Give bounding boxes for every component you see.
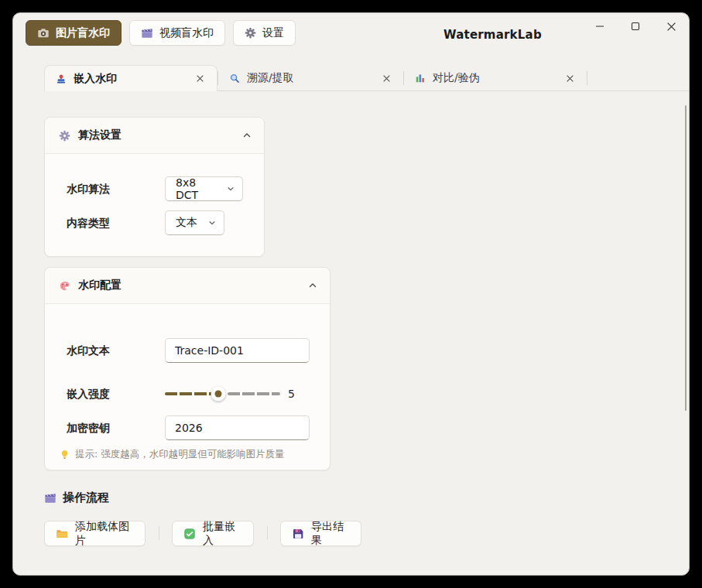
chevron-down-icon: [219, 185, 235, 193]
app-window: 图片盲水印 视频盲水印 设置 WatermarkLab: [12, 12, 690, 576]
mode-label: 视频盲水印: [159, 26, 214, 40]
card-title: 算法设置: [78, 128, 242, 142]
vertical-scrollbar[interactable]: [685, 105, 687, 411]
action-label: 添加载体图片: [75, 520, 134, 548]
mode-label: 图片盲水印: [56, 26, 110, 40]
save-icon: [292, 528, 304, 540]
title-bar: 图片盲水印 视频盲水印 设置 WatermarkLab: [13, 13, 689, 56]
palette-icon: [59, 280, 70, 292]
card-title: 水印配置: [78, 279, 308, 292]
chevron-up-icon[interactable]: [308, 281, 317, 290]
tab-embed-watermark[interactable]: 嵌入水印: [44, 65, 217, 91]
bar-chart-icon: [415, 73, 426, 84]
tip-row: 提示: 强度越高，水印越明显但可能影响图片质量: [60, 448, 285, 461]
mode-label: 设置: [262, 26, 284, 40]
algorithm-field-label: 水印算法: [67, 183, 110, 197]
embed-strength-slider[interactable]: [165, 386, 280, 402]
content-type-select[interactable]: 文本: [165, 210, 224, 235]
algorithm-card-header[interactable]: 算法设置: [45, 118, 264, 154]
encryption-key-input[interactable]: [165, 415, 310, 440]
content-type-label: 内容类型: [67, 217, 110, 231]
stamp-icon: [56, 74, 67, 84]
clapperboard-icon: [141, 27, 153, 39]
watermark-config-card: 水印配置 水印文本 嵌入强度 5 加密密钥 提示: 强度越高，水印越明显但可能影…: [44, 267, 330, 470]
maximize-button[interactable]: [627, 18, 644, 35]
tab-close-icon[interactable]: [378, 70, 394, 86]
minimize-icon: [595, 22, 604, 31]
check-icon: [183, 528, 196, 540]
action-separator: [159, 526, 159, 540]
gear-icon: [59, 130, 70, 142]
action-separator: [267, 526, 268, 540]
tab-label: 对比/验伪: [433, 71, 554, 85]
chevron-down-icon: [200, 219, 216, 227]
embed-strength-value: 5: [288, 388, 295, 400]
algorithm-select-value: 8x8 DCT: [176, 176, 219, 201]
tab-compare-verify[interactable]: 对比/验伪: [404, 66, 587, 91]
close-button[interactable]: [663, 18, 680, 35]
mode-button-settings[interactable]: 设置: [233, 20, 296, 46]
chevron-up-icon[interactable]: [242, 131, 252, 140]
tab-trace-extract[interactable]: 溯源/提取: [218, 66, 403, 91]
export-results-button[interactable]: 导出结果: [280, 521, 361, 546]
tab-label: 嵌入水印: [74, 72, 184, 86]
gear-icon: [245, 27, 256, 39]
tab-close-icon[interactable]: [562, 70, 577, 86]
watermark-text-input[interactable]: [165, 338, 310, 363]
content-type-select-value: 文本: [176, 216, 197, 230]
window-controls: [591, 18, 680, 35]
minimize-button[interactable]: [591, 18, 608, 35]
tab-close-icon[interactable]: [192, 71, 207, 87]
add-carrier-image-button[interactable]: 添加载体图片: [44, 521, 146, 546]
slider-thumb[interactable]: [211, 387, 225, 402]
watermark-text-label: 水印文本: [67, 344, 110, 358]
mode-button-image-watermark[interactable]: 图片盲水印: [26, 20, 122, 46]
close-icon: [666, 22, 676, 32]
mode-button-video-watermark[interactable]: 视频盲水印: [129, 20, 225, 46]
camera-icon: [37, 27, 50, 39]
tab-label: 溯源/提取: [247, 71, 371, 85]
encryption-key-label: 加密密钥: [67, 422, 110, 436]
slider-track-rest: [228, 392, 280, 395]
watermark-card-header[interactable]: 水印配置: [45, 268, 330, 304]
folder-icon: [56, 528, 68, 540]
tab-separator: [587, 71, 587, 85]
action-label: 导出结果: [311, 520, 350, 548]
clapperboard-icon: [44, 492, 57, 504]
search-icon: [229, 73, 240, 84]
embed-strength-label: 嵌入强度: [67, 388, 110, 402]
batch-embed-button[interactable]: 批量嵌入: [172, 521, 254, 546]
mode-switcher: 图片盲水印 视频盲水印 设置: [26, 20, 296, 46]
maximize-icon: [631, 22, 640, 31]
tab-strip: 嵌入水印 溯源/提取 对比/验伪: [44, 66, 689, 91]
actions-section-title: 操作流程: [63, 491, 109, 505]
actions-section-header: 操作流程: [44, 491, 109, 505]
action-label: 批量嵌入: [203, 520, 242, 548]
strength-tip-text: 提示: 强度越高，水印越明显但可能影响图片质量: [75, 448, 285, 461]
app-title: WatermarkLab: [443, 13, 542, 56]
lightbulb-icon: [60, 450, 70, 460]
algorithm-select[interactable]: 8x8 DCT: [165, 176, 243, 201]
algorithm-settings-card: 算法设置 水印算法 8x8 DCT 内容类型 文本: [44, 117, 265, 257]
